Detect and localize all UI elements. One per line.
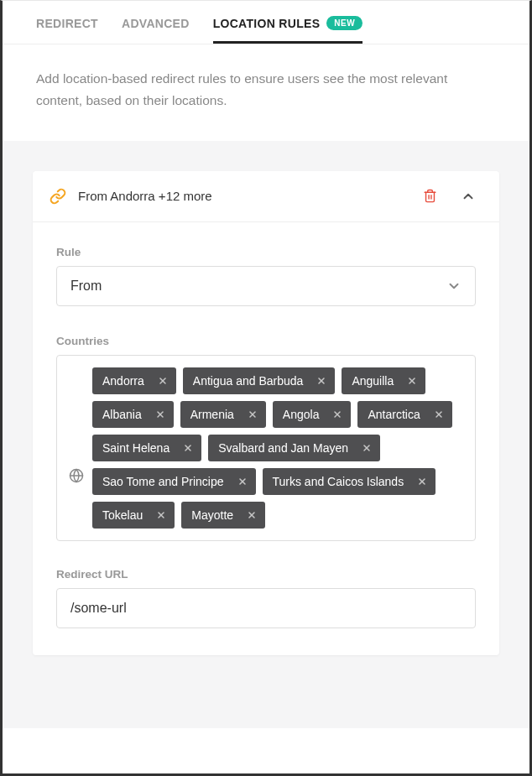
tab-location-rules[interactable]: LOCATION RULES NEW [213, 16, 362, 44]
new-badge: NEW [326, 16, 362, 30]
country-chip-label: Albania [92, 401, 150, 428]
close-icon[interactable] [232, 470, 256, 493]
country-chip-label: Mayotte [181, 502, 242, 529]
redirect-url-label: Redirect URL [56, 568, 476, 581]
tab-redirect[interactable]: REDIRECT [36, 17, 98, 44]
country-chip-label: Tokelau [92, 502, 151, 529]
close-icon[interactable] [402, 369, 425, 393]
country-chip: Andorra [92, 367, 176, 394]
country-chip: Tokelau [92, 502, 175, 529]
rule-select-value: From [70, 279, 102, 294]
country-chip-label: Turks and Caicos Islands [263, 468, 413, 495]
country-chip: Sao Tome and Principe [92, 468, 256, 495]
close-icon[interactable] [243, 403, 266, 426]
rule-title: From Andorra +12 more [78, 189, 423, 203]
rule-field-label: Rule [56, 246, 476, 258]
country-chip: Turks and Caicos Islands [263, 468, 436, 495]
country-chip: Albania [92, 401, 174, 428]
redirect-url-input[interactable] [56, 588, 476, 628]
rule-header: From Andorra +12 more [33, 171, 499, 222]
countries-input[interactable]: AndorraAntigua and BarbudaAnguillaAlbani… [56, 355, 476, 541]
description-text: Add location-based redirect rules to ens… [3, 44, 529, 141]
country-chip-label: Anguilla [342, 367, 402, 394]
close-icon[interactable] [150, 403, 174, 426]
close-icon[interactable] [311, 369, 335, 393]
country-chip: Antigua and Barbuda [183, 367, 336, 394]
link-icon [50, 188, 66, 205]
tab-label: LOCATION RULES [213, 17, 321, 30]
country-chip: Saint Helena [92, 435, 201, 461]
country-chip-label: Sao Tome and Principe [92, 468, 232, 495]
close-icon[interactable] [327, 403, 351, 426]
tab-label: REDIRECT [36, 17, 98, 30]
close-icon[interactable] [412, 470, 436, 493]
close-icon[interactable] [178, 436, 201, 460]
chevron-up-icon[interactable] [461, 189, 476, 204]
close-icon[interactable] [242, 503, 265, 527]
rule-select[interactable]: From [56, 266, 476, 306]
country-chip: Svalbard and Jan Mayen [208, 435, 380, 461]
country-chip-label: Angola [273, 401, 328, 428]
tabs-bar: REDIRECT ADVANCED LOCATION RULES NEW [3, 1, 529, 44]
rule-body: Rule From Countries AndorraAntigua and B… [33, 222, 499, 655]
country-chip: Mayotte [181, 502, 265, 529]
country-chip: Anguilla [342, 367, 425, 394]
country-chip-label: Antarctica [357, 401, 428, 428]
country-chip-label: Andorra [92, 367, 153, 394]
chevron-down-icon [446, 279, 462, 294]
trash-icon[interactable] [423, 189, 437, 203]
rule-card: From Andorra +12 more Rule From Countrie… [33, 171, 499, 655]
close-icon[interactable] [151, 503, 175, 527]
close-icon[interactable] [429, 403, 452, 426]
close-icon[interactable] [357, 436, 380, 460]
country-chip: Armenia [180, 401, 266, 428]
country-chip-label: Svalbard and Jan Mayen [208, 435, 357, 461]
country-chip: Antarctica [357, 401, 451, 428]
country-chip-label: Armenia [180, 401, 243, 428]
tab-advanced[interactable]: ADVANCED [122, 17, 190, 44]
country-chip: Angola [273, 401, 352, 428]
tab-label: ADVANCED [122, 17, 190, 30]
country-chip-label: Saint Helena [92, 435, 178, 461]
country-chips: AndorraAntigua and BarbudaAnguillaAlbani… [92, 367, 463, 529]
country-chip-label: Antigua and Barbuda [183, 367, 312, 394]
rules-area: From Andorra +12 more Rule From Countrie… [3, 141, 529, 728]
countries-field-label: Countries [56, 335, 476, 347]
close-icon[interactable] [153, 369, 176, 393]
globe-icon [69, 468, 84, 483]
